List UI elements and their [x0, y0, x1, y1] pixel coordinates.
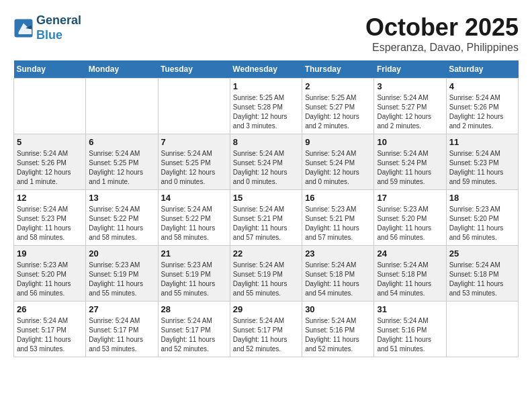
- calendar-cell: 9Sunrise: 5:24 AM Sunset: 5:24 PM Daylig…: [302, 134, 374, 190]
- calendar-cell: 19Sunrise: 5:23 AM Sunset: 5:20 PM Dayli…: [14, 246, 86, 302]
- day-info: Sunrise: 5:24 AM Sunset: 5:17 PM Dayligh…: [17, 316, 83, 354]
- calendar-week-1: 1Sunrise: 5:25 AM Sunset: 5:28 PM Daylig…: [14, 79, 519, 134]
- day-info: Sunrise: 5:23 AM Sunset: 5:19 PM Dayligh…: [89, 261, 154, 298]
- calendar-cell: 16Sunrise: 5:23 AM Sunset: 5:21 PM Dayli…: [302, 190, 374, 246]
- day-number: 8: [233, 137, 299, 147]
- day-number: 20: [89, 248, 154, 259]
- weekday-header-sunday: Sunday: [14, 60, 86, 79]
- calendar-week-4: 19Sunrise: 5:23 AM Sunset: 5:20 PM Dayli…: [14, 246, 519, 302]
- day-number: 16: [305, 193, 371, 203]
- calendar-week-2: 5Sunrise: 5:24 AM Sunset: 5:26 PM Daylig…: [14, 134, 519, 190]
- logo: General Blue: [13, 13, 81, 42]
- day-info: Sunrise: 5:23 AM Sunset: 5:19 PM Dayligh…: [161, 261, 227, 298]
- day-number: 30: [305, 304, 371, 314]
- day-number: 10: [377, 137, 443, 147]
- weekday-header-thursday: Thursday: [302, 60, 374, 79]
- day-info: Sunrise: 5:24 AM Sunset: 5:24 PM Dayligh…: [377, 149, 443, 187]
- weekday-header-monday: Monday: [86, 60, 158, 79]
- calendar-cell: 25Sunrise: 5:24 AM Sunset: 5:18 PM Dayli…: [446, 246, 518, 302]
- day-number: 13: [89, 193, 154, 203]
- day-info: Sunrise: 5:24 AM Sunset: 5:26 PM Dayligh…: [17, 149, 83, 187]
- calendar-week-3: 12Sunrise: 5:24 AM Sunset: 5:23 PM Dayli…: [14, 190, 519, 246]
- month-title: October 2025: [365, 13, 519, 42]
- day-number: 7: [161, 137, 227, 147]
- weekday-header-wednesday: Wednesday: [230, 60, 302, 79]
- day-number: 18: [449, 193, 515, 203]
- day-info: Sunrise: 5:24 AM Sunset: 5:22 PM Dayligh…: [161, 205, 227, 242]
- calendar-cell: 11Sunrise: 5:24 AM Sunset: 5:23 PM Dayli…: [446, 134, 518, 190]
- day-info: Sunrise: 5:24 AM Sunset: 5:26 PM Dayligh…: [449, 93, 515, 131]
- day-info: Sunrise: 5:24 AM Sunset: 5:17 PM Dayligh…: [89, 316, 154, 354]
- day-info: Sunrise: 5:24 AM Sunset: 5:24 PM Dayligh…: [233, 149, 299, 187]
- day-info: Sunrise: 5:24 AM Sunset: 5:21 PM Dayligh…: [233, 205, 299, 242]
- title-section: October 2025 Esperanza, Davao, Philippin…: [365, 13, 519, 54]
- day-info: Sunrise: 5:24 AM Sunset: 5:17 PM Dayligh…: [161, 316, 227, 354]
- calendar-cell: 8Sunrise: 5:24 AM Sunset: 5:24 PM Daylig…: [230, 134, 302, 190]
- day-number: 22: [233, 248, 299, 259]
- calendar-table: SundayMondayTuesdayWednesdayThursdayFrid…: [13, 60, 519, 357]
- day-number: 24: [377, 248, 443, 259]
- day-info: Sunrise: 5:24 AM Sunset: 5:18 PM Dayligh…: [377, 261, 443, 298]
- day-number: 15: [233, 193, 299, 203]
- calendar-cell: 17Sunrise: 5:23 AM Sunset: 5:20 PM Dayli…: [374, 190, 446, 246]
- weekday-header-friday: Friday: [374, 60, 446, 79]
- calendar-cell: 23Sunrise: 5:24 AM Sunset: 5:18 PM Dayli…: [302, 246, 374, 302]
- day-number: 6: [89, 137, 154, 147]
- calendar-cell: 20Sunrise: 5:23 AM Sunset: 5:19 PM Dayli…: [86, 246, 158, 302]
- day-info: Sunrise: 5:23 AM Sunset: 5:20 PM Dayligh…: [17, 261, 83, 298]
- day-info: Sunrise: 5:24 AM Sunset: 5:18 PM Dayligh…: [449, 261, 515, 298]
- day-info: Sunrise: 5:23 AM Sunset: 5:21 PM Dayligh…: [305, 205, 371, 242]
- location-title: Esperanza, Davao, Philippines: [365, 42, 519, 54]
- day-info: Sunrise: 5:24 AM Sunset: 5:25 PM Dayligh…: [89, 149, 154, 187]
- calendar-cell: 22Sunrise: 5:24 AM Sunset: 5:19 PM Dayli…: [230, 246, 302, 302]
- day-info: Sunrise: 5:24 AM Sunset: 5:16 PM Dayligh…: [377, 316, 443, 354]
- day-number: 21: [161, 248, 227, 259]
- day-info: Sunrise: 5:25 AM Sunset: 5:27 PM Dayligh…: [305, 93, 371, 131]
- calendar-cell: 14Sunrise: 5:24 AM Sunset: 5:22 PM Dayli…: [158, 190, 230, 246]
- logo-line1: General: [36, 13, 81, 28]
- day-number: 27: [89, 304, 154, 314]
- day-info: Sunrise: 5:24 AM Sunset: 5:22 PM Dayligh…: [89, 205, 154, 242]
- logo-icon: [13, 18, 34, 38]
- calendar-cell: 29Sunrise: 5:24 AM Sunset: 5:17 PM Dayli…: [230, 302, 302, 357]
- day-info: Sunrise: 5:23 AM Sunset: 5:20 PM Dayligh…: [449, 205, 515, 242]
- day-number: 9: [305, 137, 371, 147]
- day-number: 31: [377, 304, 443, 314]
- calendar-week-5: 26Sunrise: 5:24 AM Sunset: 5:17 PM Dayli…: [14, 302, 519, 357]
- calendar-cell: 18Sunrise: 5:23 AM Sunset: 5:20 PM Dayli…: [446, 190, 518, 246]
- day-number: 4: [449, 81, 515, 91]
- calendar-cell: 15Sunrise: 5:24 AM Sunset: 5:21 PM Dayli…: [230, 190, 302, 246]
- page-header: General Blue October 2025 Esperanza, Dav…: [13, 13, 519, 54]
- day-number: 17: [377, 193, 443, 203]
- day-number: 11: [449, 137, 515, 147]
- calendar-cell: 24Sunrise: 5:24 AM Sunset: 5:18 PM Dayli…: [374, 246, 446, 302]
- day-info: Sunrise: 5:24 AM Sunset: 5:16 PM Dayligh…: [305, 316, 371, 354]
- day-number: 1: [233, 81, 299, 91]
- day-info: Sunrise: 5:24 AM Sunset: 5:24 PM Dayligh…: [305, 149, 371, 187]
- weekday-header-saturday: Saturday: [446, 60, 518, 79]
- day-info: Sunrise: 5:25 AM Sunset: 5:28 PM Dayligh…: [233, 93, 299, 131]
- weekday-header-row: SundayMondayTuesdayWednesdayThursdayFrid…: [14, 60, 519, 79]
- calendar-cell: [86, 79, 158, 134]
- calendar-cell: 2Sunrise: 5:25 AM Sunset: 5:27 PM Daylig…: [302, 79, 374, 134]
- day-number: 28: [161, 304, 227, 314]
- calendar-cell: 4Sunrise: 5:24 AM Sunset: 5:26 PM Daylig…: [446, 79, 518, 134]
- calendar-cell: 5Sunrise: 5:24 AM Sunset: 5:26 PM Daylig…: [14, 134, 86, 190]
- day-info: Sunrise: 5:24 AM Sunset: 5:27 PM Dayligh…: [377, 93, 443, 131]
- calendar-cell: 13Sunrise: 5:24 AM Sunset: 5:22 PM Dayli…: [86, 190, 158, 246]
- day-number: 25: [449, 248, 515, 259]
- calendar-body: 1Sunrise: 5:25 AM Sunset: 5:28 PM Daylig…: [14, 79, 519, 357]
- weekday-header-tuesday: Tuesday: [158, 60, 230, 79]
- calendar-cell: [446, 302, 518, 357]
- day-number: 19: [17, 248, 83, 259]
- calendar-cell: 26Sunrise: 5:24 AM Sunset: 5:17 PM Dayli…: [14, 302, 86, 357]
- day-number: 26: [17, 304, 83, 314]
- day-number: 23: [305, 248, 371, 259]
- calendar-cell: 12Sunrise: 5:24 AM Sunset: 5:23 PM Dayli…: [14, 190, 86, 246]
- calendar-cell: 27Sunrise: 5:24 AM Sunset: 5:17 PM Dayli…: [86, 302, 158, 357]
- calendar-cell: 7Sunrise: 5:24 AM Sunset: 5:25 PM Daylig…: [158, 134, 230, 190]
- calendar-cell: [14, 79, 86, 134]
- logo-line2: Blue: [36, 28, 81, 43]
- day-info: Sunrise: 5:24 AM Sunset: 5:18 PM Dayligh…: [305, 261, 371, 298]
- calendar-cell: 30Sunrise: 5:24 AM Sunset: 5:16 PM Dayli…: [302, 302, 374, 357]
